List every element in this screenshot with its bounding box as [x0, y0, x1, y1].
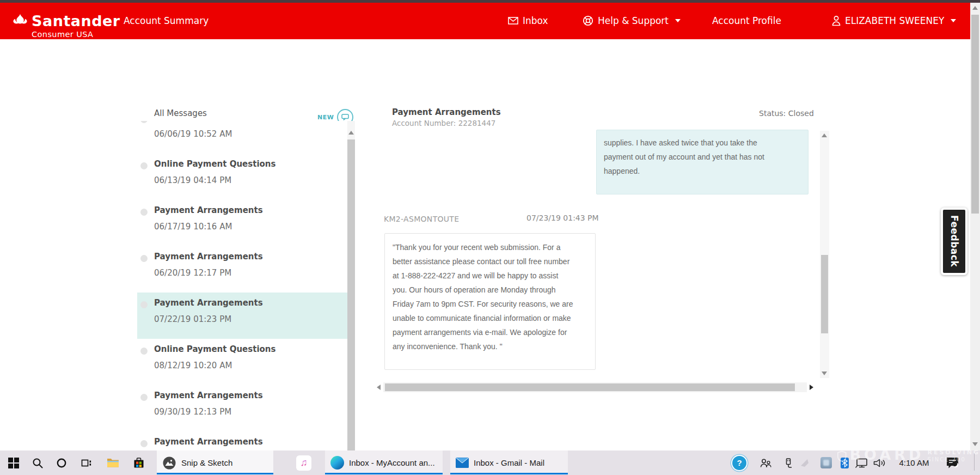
unread-dot-icon	[140, 440, 148, 447]
nav-help-label: Help & Support	[598, 15, 669, 26]
search-icon[interactable]	[28, 450, 47, 475]
taskbar-app-label: Snip & Sketch	[181, 458, 232, 467]
envelope-icon	[508, 17, 518, 25]
windows-start-icon[interactable]	[4, 450, 23, 475]
message-title: Online Payment Questions	[154, 159, 275, 169]
message-date: 06/20/19 12:17 PM	[154, 268, 231, 278]
people-icon[interactable]	[758, 450, 773, 475]
nav-user-menu[interactable]: ELIZABETH SWEENEY	[832, 15, 956, 26]
list-item[interactable]: Payment Arrangements 06/17/19 10:16 AM	[137, 200, 347, 247]
cortana-icon[interactable]	[52, 450, 71, 475]
all-messages-label: All Messages	[154, 108, 207, 118]
nav-inbox-label: Inbox	[523, 15, 548, 26]
list-item[interactable]: Online Payment Questions 08/12/19 10:20 …	[137, 339, 347, 386]
nav-user-name: ELIZABETH SWEENEY	[845, 15, 944, 26]
mail-icon	[456, 458, 469, 468]
customer-message-bubble: supplies. I have asked twice that you ta…	[596, 130, 808, 194]
agent-timestamp: 07/23/19 01:43 PM	[526, 214, 599, 222]
bluetooth-icon[interactable]	[838, 450, 851, 475]
store-icon[interactable]	[128, 450, 149, 475]
chevron-down-icon	[951, 19, 956, 22]
snip-sketch-icon	[162, 456, 176, 470]
chevron-down-icon	[675, 19, 681, 22]
page-scroll-up-arrow[interactable]	[972, 6, 978, 10]
page-scrollbar-thumb[interactable]	[971, 15, 979, 214]
thread-title: Payment Arrangements	[392, 107, 501, 117]
nav-help-support[interactable]: Help & Support	[583, 15, 681, 26]
flame-icon	[12, 14, 28, 28]
thread-scrollbar[interactable]	[820, 131, 829, 378]
task-view-icon[interactable]	[76, 450, 96, 475]
taskbar-app-label: Inbox - Gmail - Mail	[474, 458, 544, 467]
network-icon[interactable]	[853, 450, 871, 475]
list-item[interactable]: Payment Arrangements 09/30/19 12:13 PM	[137, 385, 347, 432]
agent-message-bubble: "Thank you for your recent web submissio…	[384, 233, 596, 370]
thread-scroll-down-arrow[interactable]	[822, 372, 827, 375]
message-title: Payment Arrangements	[154, 437, 263, 447]
list-item-selected[interactable]: Payment Arrangements 07/22/19 01:23 PM	[137, 293, 347, 339]
taskbar-divider	[974, 453, 975, 471]
message-date: 06/06/19 10:52 AM	[154, 129, 232, 139]
unread-dot-icon	[140, 209, 148, 216]
message-title: Payment Arrangements	[154, 205, 263, 216]
list-scroll-up-arrow[interactable]	[348, 131, 354, 135]
new-label: NEW	[317, 114, 334, 121]
list-scrollbar-thumb[interactable]	[347, 139, 355, 450]
clock-label: 4:10 AM	[899, 458, 929, 467]
volume-icon[interactable]	[871, 450, 889, 475]
page-scroll-down-arrow[interactable]	[972, 442, 978, 446]
action-center-icon[interactable]	[943, 450, 963, 475]
brand-subtitle: Consumer USA	[32, 31, 120, 39]
brand-logo[interactable]: Santander Consumer USA	[12, 14, 120, 39]
taskbar-active-underline	[157, 473, 273, 474]
taskbar-active-underline	[450, 473, 568, 474]
blurred-app-tray-icon[interactable]	[818, 450, 834, 475]
app-header: Santander Consumer USA Account Summary I…	[0, 3, 970, 39]
unread-dot-icon	[140, 255, 148, 262]
nav-account-summary-label: Account Summary	[124, 15, 209, 26]
message-title: Payment Arrangements	[154, 391, 263, 401]
message-list: 06/06/19 10:52 AM Online Payment Questio…	[137, 121, 355, 450]
itunes-icon[interactable]: ♫	[292, 450, 316, 475]
thread-scroll-right-arrow[interactable]	[810, 385, 813, 390]
list-item[interactable]: Online Payment Questions 06/13/19 04:14 …	[137, 154, 347, 200]
thread-h-scrollbar-thumb[interactable]	[385, 383, 795, 391]
usb-icon[interactable]	[782, 450, 795, 475]
nav-inbox[interactable]: Inbox	[508, 15, 548, 26]
thread-scroll-left-arrow[interactable]	[377, 385, 381, 390]
thread-status: Status: Closed	[759, 109, 814, 118]
thread-scrollbar-thumb[interactable]	[821, 255, 828, 333]
message-date: 09/30/19 12:13 PM	[154, 407, 231, 417]
message-date: 08/12/19 10:20 AM	[154, 361, 232, 370]
inactive-tray-icon[interactable]	[798, 450, 811, 475]
message-date: 06/17/19 10:16 AM	[154, 222, 232, 232]
edge-icon	[330, 456, 344, 470]
list-item[interactable]: 06/06/19 10:52 AM	[137, 121, 347, 154]
help-tray-icon[interactable]: ?	[731, 450, 748, 475]
taskbar-active-underline	[325, 473, 443, 474]
file-explorer-icon[interactable]	[102, 450, 123, 475]
message-title: Payment Arrangements	[154, 298, 263, 308]
nav-account-summary[interactable]: Account Summary	[124, 15, 209, 26]
thread-account-number: Account Number: 22281447	[392, 119, 495, 127]
taskbar-clock[interactable]: 4:10 AM	[894, 450, 934, 475]
taskbar-app-edge-myaccount[interactable]: Inbox - MyAccount an...	[325, 450, 443, 475]
unread-dot-icon	[140, 394, 148, 401]
unread-dot-icon	[140, 348, 148, 355]
taskbar-app-label: Inbox - MyAccount an...	[349, 458, 435, 467]
unread-dot-icon	[140, 162, 148, 169]
feedback-label: Feedback	[949, 215, 960, 267]
nav-account-profile[interactable]: Account Profile	[712, 15, 781, 26]
unread-dot-icon	[140, 301, 148, 308]
taskbar-app-snip-sketch[interactable]: Snip & Sketch	[157, 450, 273, 475]
list-item[interactable]: Payment Arrangements	[137, 431, 347, 450]
list-item[interactable]: Payment Arrangements 06/20/19 12:17 PM	[137, 246, 347, 293]
thread-scroll-up-arrow[interactable]	[822, 133, 827, 137]
taskbar-app-mail[interactable]: Inbox - Gmail - Mail	[450, 450, 568, 475]
feedback-tab[interactable]: Feedback	[941, 208, 967, 275]
person-icon	[832, 15, 841, 26]
screen: Santander Consumer USA Account Summary I…	[0, 0, 980, 475]
message-date: 07/22/19 01:23 PM	[154, 314, 231, 324]
taskbar: Snip & Sketch ♫ Inbox - MyAccount an... …	[0, 450, 980, 475]
agent-id: KM2-ASMONTOUTE	[384, 215, 459, 223]
